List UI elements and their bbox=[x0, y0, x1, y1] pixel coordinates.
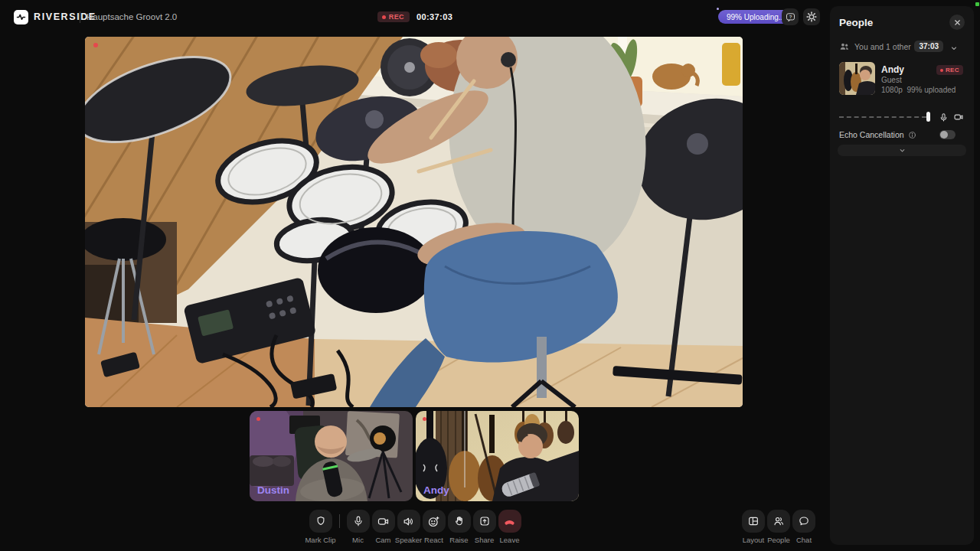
rec-dot-icon bbox=[256, 417, 260, 421]
screen-recording-indicator-dot bbox=[975, 2, 979, 6]
react-button[interactable] bbox=[423, 510, 446, 533]
shield-icon bbox=[315, 515, 327, 527]
echo-cancellation-label: Echo Cancellation bbox=[839, 130, 904, 139]
rec-badge: REC bbox=[377, 11, 410, 22]
share-control: Share bbox=[473, 510, 496, 544]
speaker-icon bbox=[402, 515, 415, 528]
participant-cam-button[interactable] bbox=[951, 109, 966, 125]
leave-call-button[interactable] bbox=[498, 510, 521, 533]
question-glyph: ? bbox=[789, 15, 792, 19]
participant-volume-row bbox=[839, 109, 965, 126]
chevron-down-icon[interactable] bbox=[949, 42, 959, 56]
panel-controls: Layout People Chat bbox=[742, 510, 815, 544]
main-video-tile bbox=[85, 37, 743, 407]
participant-mic-button[interactable] bbox=[936, 109, 951, 125]
chat-bubble-icon bbox=[798, 515, 810, 527]
people-icon bbox=[773, 515, 785, 527]
info-icon bbox=[908, 131, 916, 139]
mic-button[interactable] bbox=[347, 510, 370, 533]
phone-hangup-icon bbox=[503, 515, 516, 528]
participant-name-label: Andy bbox=[423, 484, 449, 496]
top-bar: RIVERSIDE Hauptsache Groovt 2.0 REC 00:3… bbox=[0, 0, 830, 34]
share-screen-button[interactable] bbox=[473, 510, 496, 533]
react-control: React bbox=[423, 510, 446, 544]
participant-role: Guest bbox=[881, 76, 902, 84]
cam-button[interactable] bbox=[372, 510, 395, 533]
raise-hand-button[interactable] bbox=[448, 510, 471, 533]
participant-tile-andy[interactable]: Andy bbox=[416, 411, 579, 501]
chat-button[interactable] bbox=[792, 510, 815, 533]
people-icon bbox=[839, 41, 850, 52]
mark-clip-button[interactable] bbox=[309, 510, 332, 533]
andy-preview-scene bbox=[839, 62, 875, 95]
volume-slider-track[interactable] bbox=[839, 116, 926, 118]
help-button[interactable]: ? bbox=[782, 8, 799, 25]
participant-card[interactable]: Andy Guest 1080p 99% uploaded REC bbox=[839, 62, 965, 97]
session-time-badge[interactable]: 37:03 bbox=[914, 41, 943, 52]
mic-icon bbox=[939, 112, 949, 122]
raise-control: Raise bbox=[448, 510, 471, 544]
people-button[interactable] bbox=[767, 510, 790, 533]
mic-icon bbox=[352, 515, 364, 527]
rec-dot-icon bbox=[382, 15, 386, 19]
rec-dot-icon bbox=[940, 69, 943, 72]
participant-name: Andy bbox=[881, 64, 904, 75]
participant-name-label: Dustin bbox=[257, 484, 289, 496]
settings-gear-button[interactable] bbox=[803, 8, 820, 25]
people-control: People bbox=[767, 510, 790, 544]
panel-title: People bbox=[839, 17, 873, 28]
mark-clip-control: Mark Clip bbox=[309, 510, 332, 544]
speaker-button[interactable] bbox=[397, 510, 420, 533]
camera-icon bbox=[953, 112, 964, 122]
raised-hand-icon bbox=[453, 515, 466, 527]
toggle-knob bbox=[940, 131, 948, 139]
header-divider bbox=[80, 11, 80, 23]
close-panel-button[interactable] bbox=[949, 15, 965, 30]
camera-icon bbox=[377, 515, 390, 528]
participants-summary: You and 1 other bbox=[854, 42, 911, 51]
speaker-control: Speaker bbox=[397, 510, 420, 544]
drummer-video-scene bbox=[85, 37, 743, 407]
participant-preview bbox=[839, 62, 875, 95]
expand-settings-button[interactable] bbox=[838, 145, 966, 156]
layout-grid-icon bbox=[747, 515, 760, 527]
mic-control: Mic bbox=[347, 510, 370, 544]
rec-dot-icon bbox=[93, 43, 98, 47]
call-controls: Mark Clip Mic Cam Speaker bbox=[0, 510, 830, 544]
echo-cancellation-toggle[interactable] bbox=[939, 130, 956, 139]
close-icon bbox=[953, 18, 962, 27]
recording-timer: 00:37:03 bbox=[416, 12, 452, 21]
share-arrow-icon bbox=[479, 515, 491, 527]
layout-button[interactable] bbox=[742, 510, 765, 533]
participant-rec-badge: REC bbox=[936, 65, 963, 75]
session-title: Hauptsache Groovt 2.0 bbox=[87, 12, 177, 21]
chat-control: Chat bbox=[792, 510, 815, 544]
participants-summary-row: You and 1 other 37:03 bbox=[839, 41, 965, 53]
layout-control: Layout bbox=[742, 510, 765, 544]
leave-control: Leave bbox=[498, 510, 521, 544]
toolbar-divider bbox=[339, 514, 340, 528]
participant-upload-stats: 1080p 99% uploaded bbox=[881, 86, 956, 94]
echo-cancellation-row: Echo Cancellation bbox=[839, 129, 965, 141]
smiley-plus-icon bbox=[427, 515, 440, 528]
rec-dot-icon bbox=[423, 417, 426, 421]
sparkle-icon bbox=[717, 8, 719, 10]
people-panel: People You and 1 other 37:03 bbox=[830, 6, 974, 545]
riverside-logo-icon bbox=[14, 10, 28, 24]
chevron-down-icon bbox=[898, 146, 906, 155]
cam-control: Cam bbox=[372, 510, 395, 544]
volume-slider-handle[interactable] bbox=[926, 112, 930, 122]
participant-tile-dustin[interactable]: Dustin bbox=[250, 411, 413, 501]
